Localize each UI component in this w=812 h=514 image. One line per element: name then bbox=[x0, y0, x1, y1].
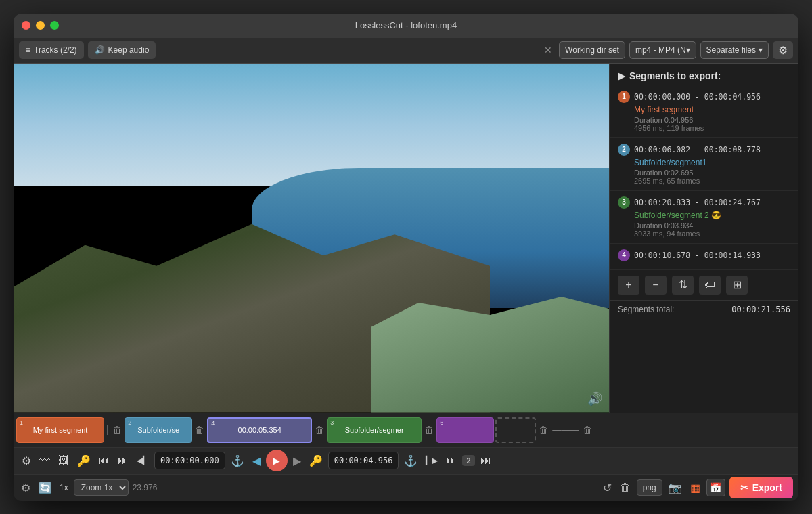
set-start-btn[interactable]: ⚓ bbox=[228, 450, 247, 471]
split-segment-button[interactable]: ⇅ bbox=[672, 276, 694, 295]
working-dir-button[interactable]: Working dir set bbox=[559, 41, 625, 59]
format-label: mp4 - MP4 (N▾ bbox=[635, 45, 690, 55]
tracks-button[interactable]: ≡ Tracks (2/2) bbox=[19, 41, 84, 59]
segment-item-4[interactable]: 4 00:00:10.678 - 00:00:14.933 bbox=[610, 244, 798, 270]
tl-seg-num-4: 4 bbox=[211, 420, 215, 427]
play-button[interactable]: ▶ bbox=[266, 450, 288, 471]
end-time-display: 00:00:04.956 bbox=[328, 452, 399, 469]
minimize-button[interactable] bbox=[36, 21, 45, 30]
delete-segment-4[interactable]: 🗑 bbox=[313, 425, 325, 435]
segment-time-1: 00:00:00.000 - 00:00:04.956 bbox=[634, 92, 761, 102]
waveform-btn[interactable]: 〰 bbox=[37, 450, 53, 471]
key-btn[interactable]: 🔑 bbox=[74, 450, 93, 471]
timeline-segment-4[interactable]: 4 00:00:05.354 bbox=[207, 417, 312, 443]
zoom-select[interactable]: Zoom 1x Zoom 2x Zoom 4x bbox=[74, 479, 129, 496]
speaker-icon: 🔊 bbox=[587, 391, 602, 406]
timeline-segment-3[interactable]: 3 Subfolder/segmer bbox=[327, 417, 422, 443]
close-button[interactable] bbox=[22, 21, 30, 30]
segment-time-3: 00:00:20.833 - 00:00:24.767 bbox=[634, 198, 761, 207]
settings-icon-btn[interactable]: ⚙ bbox=[19, 450, 34, 471]
timeline-segment-2[interactable]: 2 Subfolder/se bbox=[125, 417, 192, 443]
segment-num-4: 4 bbox=[618, 249, 630, 261]
loop-icon-btn[interactable]: ↺ bbox=[601, 477, 614, 498]
tl-seg-num-1: 1 bbox=[20, 419, 23, 426]
format-button[interactable]: mp4 - MP4 (N▾ bbox=[629, 41, 696, 59]
keep-audio-button[interactable]: 🔊 Keep audio bbox=[88, 41, 156, 59]
main-content: 🔊 ▶ Segments to export: 1 00:00:00.000 -… bbox=[14, 64, 798, 413]
tl-seg-num-2: 2 bbox=[128, 419, 131, 426]
audio-icon: 🔊 bbox=[95, 45, 105, 55]
segment-duration-3: Duration 0:03.934 bbox=[618, 221, 790, 230]
segment-name-1: My first segment bbox=[618, 105, 790, 114]
tag-segment-button[interactable]: 🏷 bbox=[699, 276, 721, 295]
camera-btn[interactable]: 📷 bbox=[667, 477, 684, 498]
timeline-segment-1[interactable]: 1 My first segment bbox=[16, 417, 104, 443]
separate-files-select[interactable]: Separate files ▾ bbox=[700, 41, 769, 59]
scissors-icon: ✂ bbox=[740, 482, 748, 493]
toolbar: ≡ Tracks (2/2) 🔊 Keep audio ✕ Working di… bbox=[14, 38, 798, 64]
segment-time-2: 00:00:06.082 - 00:00:08.778 bbox=[634, 145, 761, 154]
tl-seg-num-6: 6 bbox=[440, 419, 443, 426]
segment-ms-2: 2695 ms, 65 frames bbox=[618, 177, 790, 185]
thumbnail-btn[interactable]: 🖼 bbox=[55, 450, 72, 471]
delete-segment-last[interactable]: 🗑 bbox=[581, 425, 593, 435]
step-back-btn[interactable]: ⏭ bbox=[115, 450, 131, 471]
skip-to-start-btn[interactable]: ⏮ bbox=[96, 450, 112, 471]
titlebar: LosslessCut - lofoten.mp4 bbox=[14, 14, 798, 38]
fast-forward-btn[interactable]: ▶ bbox=[290, 450, 304, 471]
keep-audio-label: Keep audio bbox=[108, 45, 150, 55]
delete-segment-6[interactable]: 🗑 bbox=[537, 425, 549, 435]
segment-name-3: Subfolder/segment 2 😎 bbox=[618, 211, 790, 220]
prev-frame-btn[interactable]: ◀▎ bbox=[134, 450, 152, 471]
settings-bottom-btn[interactable]: ⚙ bbox=[19, 477, 32, 498]
next-frame-btn[interactable]: ▎▶ bbox=[423, 450, 441, 471]
chapter-number: 2 bbox=[462, 455, 474, 466]
calendar-btn[interactable]: 📅 bbox=[706, 479, 725, 496]
tl-seg-num-3: 3 bbox=[330, 419, 334, 426]
sky-layer bbox=[14, 64, 609, 186]
timeline-more: ——— bbox=[551, 425, 580, 435]
export-button[interactable]: ✂ Export bbox=[729, 477, 793, 498]
maximize-button[interactable] bbox=[50, 21, 59, 30]
tracks-label: Tracks (2/2) bbox=[34, 45, 77, 55]
loop-btn[interactable]: 🔄 bbox=[37, 477, 54, 498]
add-segment-button[interactable]: + bbox=[618, 276, 639, 295]
remove-segment-button[interactable]: − bbox=[645, 276, 667, 295]
working-dir-label: Working dir set bbox=[565, 45, 619, 55]
segments-total-label: Segments total: bbox=[618, 305, 674, 314]
grid-button[interactable]: ⊞ bbox=[726, 276, 748, 295]
timeline-segment-dashed[interactable] bbox=[495, 417, 536, 443]
segment-name-2: Subfolder/segment1 bbox=[618, 158, 790, 167]
separate-files-label: Separate files bbox=[706, 45, 756, 55]
gear-icon: ⚙ bbox=[778, 44, 788, 57]
mark-end-btn[interactable]: ⚓ bbox=[401, 450, 420, 471]
settings-button[interactable]: ⚙ bbox=[773, 41, 793, 59]
tetris-btn[interactable]: ▦ bbox=[688, 477, 702, 498]
segment-num-2: 2 bbox=[618, 144, 630, 156]
video-area[interactable]: 🔊 bbox=[14, 64, 609, 413]
bottom-bar: ⚙ 🔄 1x Zoom 1x Zoom 2x Zoom 4x 23.976 ↺ … bbox=[14, 474, 798, 501]
delete-segment-2[interactable]: 🗑 bbox=[194, 425, 206, 435]
delete-segment-1[interactable]: 🗑 bbox=[111, 425, 123, 435]
segment-item-2[interactable]: 2 00:00:06.082 - 00:00:08.778 Subfolder/… bbox=[610, 138, 798, 191]
segment-item-1[interactable]: 1 00:00:00.000 - 00:00:04.956 My first s… bbox=[610, 85, 798, 138]
segment-duration-1: Duration 0:04.956 bbox=[618, 116, 790, 124]
segment-ms-1: 4956 ms, 119 frames bbox=[618, 124, 790, 132]
chevron-right-icon: ▶ bbox=[618, 70, 625, 81]
working-dir-close[interactable]: ✕ bbox=[541, 45, 555, 56]
trim-handle-1[interactable]: | bbox=[106, 424, 110, 436]
playback-controls: ⚙ 〰 🖼 🔑 ⏮ ⏭ ◀▎ 00:00:00.000 ⚓ ◀ ▶ ▶ 🔑 00… bbox=[14, 447, 798, 474]
skip-to-end-btn[interactable]: ⏭ bbox=[443, 450, 459, 471]
segments-header: ▶ Segments to export: bbox=[610, 64, 798, 85]
segments-total: Segments total: 00:00:21.556 bbox=[610, 300, 798, 318]
next-chapter-btn[interactable]: ⏭ bbox=[478, 450, 494, 471]
zoom-1x: 1x bbox=[58, 483, 70, 492]
segments-header-label: Segments to export: bbox=[629, 70, 721, 81]
delete-segment-3[interactable]: 🗑 bbox=[423, 425, 435, 435]
delete-btn[interactable]: 🗑 bbox=[618, 477, 633, 498]
segment-num-3: 3 bbox=[618, 196, 630, 209]
timeline-segment-6[interactable]: 6 bbox=[436, 417, 494, 443]
rewind-btn[interactable]: ◀ bbox=[250, 450, 263, 471]
segment-item-3[interactable]: 3 00:00:20.833 - 00:00:24.767 Subfolder/… bbox=[610, 191, 798, 244]
key-set-btn[interactable]: 🔑 bbox=[307, 450, 325, 471]
